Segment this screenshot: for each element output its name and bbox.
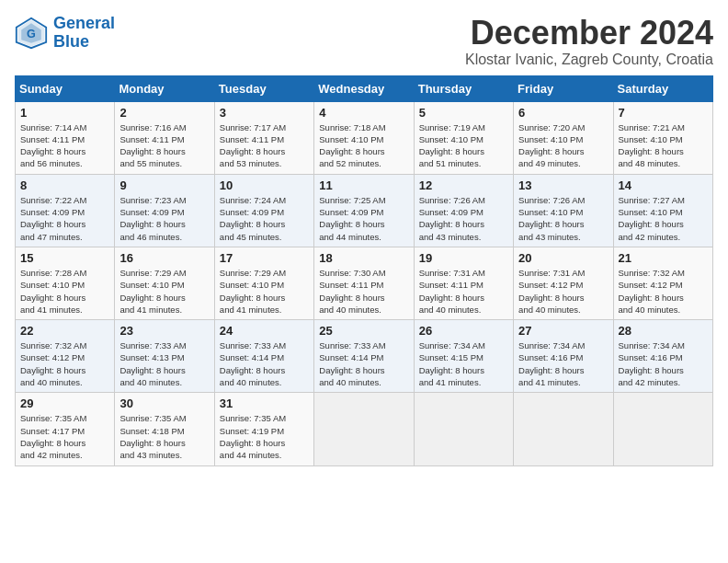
logo-blue: Blue <box>53 33 115 52</box>
svg-text:G: G <box>27 28 36 40</box>
day-number: 9 <box>119 178 209 192</box>
day-number: 16 <box>119 251 209 265</box>
weekday-header-friday: Friday <box>514 75 613 101</box>
weekday-header-row: SundayMondayTuesdayWednesdayThursdayFrid… <box>16 75 713 101</box>
day-cell: 1Sunrise: 7:14 AM Sunset: 4:11 PM Daylig… <box>16 101 115 174</box>
day-info: Sunrise: 7:18 AM Sunset: 4:10 PM Dayligh… <box>319 121 408 170</box>
day-info: Sunrise: 7:27 AM Sunset: 4:10 PM Dayligh… <box>619 194 708 243</box>
day-info: Sunrise: 7:35 AM Sunset: 4:19 PM Dayligh… <box>220 412 309 461</box>
day-number: 27 <box>518 324 608 338</box>
day-info: Sunrise: 7:35 AM Sunset: 4:17 PM Dayligh… <box>20 412 109 461</box>
day-number: 31 <box>220 396 309 410</box>
day-cell: 26Sunrise: 7:34 AM Sunset: 4:15 PM Dayli… <box>414 320 513 393</box>
day-number: 26 <box>419 324 508 338</box>
location-subtitle: Klostar Ivanic, Zagreb County, Croatia <box>465 52 713 68</box>
day-number: 29 <box>20 396 109 410</box>
weekday-header-saturday: Saturday <box>613 75 712 101</box>
day-cell: 7Sunrise: 7:21 AM Sunset: 4:10 PM Daylig… <box>613 101 712 174</box>
day-info: Sunrise: 7:31 AM Sunset: 4:11 PM Dayligh… <box>419 267 508 316</box>
day-number: 4 <box>319 106 408 120</box>
day-info: Sunrise: 7:33 AM Sunset: 4:13 PM Dayligh… <box>119 339 209 388</box>
day-number: 19 <box>419 251 508 265</box>
weekday-header-tuesday: Tuesday <box>214 75 313 101</box>
logo-icon: G <box>15 17 48 50</box>
day-info: Sunrise: 7:21 AM Sunset: 4:10 PM Dayligh… <box>619 121 708 170</box>
weekday-header-wednesday: Wednesday <box>314 75 414 101</box>
day-cell: 15Sunrise: 7:28 AM Sunset: 4:10 PM Dayli… <box>16 247 115 319</box>
weekday-header-sunday: Sunday <box>16 75 115 101</box>
logo-general: General <box>53 15 115 33</box>
day-number: 25 <box>319 324 408 338</box>
week-row-2: 8Sunrise: 7:22 AM Sunset: 4:09 PM Daylig… <box>16 174 713 247</box>
day-info: Sunrise: 7:34 AM Sunset: 4:16 PM Dayligh… <box>518 339 608 388</box>
weekday-header-monday: Monday <box>115 75 214 101</box>
day-info: Sunrise: 7:32 AM Sunset: 4:12 PM Dayligh… <box>619 267 708 316</box>
week-row-4: 22Sunrise: 7:32 AM Sunset: 4:12 PM Dayli… <box>16 320 713 393</box>
day-number: 15 <box>20 251 109 265</box>
day-number: 3 <box>220 106 309 120</box>
logo: G General Blue <box>15 15 115 52</box>
day-number: 14 <box>619 178 708 192</box>
day-info: Sunrise: 7:23 AM Sunset: 4:09 PM Dayligh… <box>119 194 209 243</box>
day-cell: 3Sunrise: 7:17 AM Sunset: 4:11 PM Daylig… <box>214 101 313 174</box>
day-cell <box>414 393 513 465</box>
day-number: 5 <box>419 106 508 120</box>
day-cell <box>314 393 414 465</box>
day-cell: 11Sunrise: 7:25 AM Sunset: 4:09 PM Dayli… <box>314 174 414 247</box>
day-cell: 14Sunrise: 7:27 AM Sunset: 4:10 PM Dayli… <box>613 174 712 247</box>
day-cell: 20Sunrise: 7:31 AM Sunset: 4:12 PM Dayli… <box>514 247 613 319</box>
day-info: Sunrise: 7:14 AM Sunset: 4:11 PM Dayligh… <box>20 121 109 170</box>
day-number: 30 <box>119 396 209 410</box>
day-cell: 10Sunrise: 7:24 AM Sunset: 4:09 PM Dayli… <box>214 174 313 247</box>
day-cell: 21Sunrise: 7:32 AM Sunset: 4:12 PM Dayli… <box>613 247 712 319</box>
day-info: Sunrise: 7:22 AM Sunset: 4:09 PM Dayligh… <box>20 194 109 243</box>
day-info: Sunrise: 7:32 AM Sunset: 4:12 PM Dayligh… <box>20 339 109 388</box>
week-row-1: 1Sunrise: 7:14 AM Sunset: 4:11 PM Daylig… <box>16 101 713 174</box>
day-cell: 2Sunrise: 7:16 AM Sunset: 4:11 PM Daylig… <box>115 101 214 174</box>
day-cell <box>613 393 712 465</box>
month-title: December 2024 <box>465 15 713 52</box>
weekday-header-thursday: Thursday <box>414 75 513 101</box>
day-cell: 30Sunrise: 7:35 AM Sunset: 4:18 PM Dayli… <box>115 393 214 465</box>
day-number: 10 <box>220 178 309 192</box>
calendar-table: SundayMondayTuesdayWednesdayThursdayFrid… <box>15 75 713 466</box>
day-cell: 17Sunrise: 7:29 AM Sunset: 4:10 PM Dayli… <box>214 247 313 319</box>
day-cell: 16Sunrise: 7:29 AM Sunset: 4:10 PM Dayli… <box>115 247 214 319</box>
day-cell: 31Sunrise: 7:35 AM Sunset: 4:19 PM Dayli… <box>214 393 313 465</box>
week-row-3: 15Sunrise: 7:28 AM Sunset: 4:10 PM Dayli… <box>16 247 713 319</box>
day-info: Sunrise: 7:31 AM Sunset: 4:12 PM Dayligh… <box>518 267 608 316</box>
day-cell: 23Sunrise: 7:33 AM Sunset: 4:13 PM Dayli… <box>115 320 214 393</box>
day-number: 11 <box>319 178 408 192</box>
day-number: 8 <box>20 178 109 192</box>
day-info: Sunrise: 7:34 AM Sunset: 4:15 PM Dayligh… <box>419 339 508 388</box>
day-info: Sunrise: 7:24 AM Sunset: 4:09 PM Dayligh… <box>220 194 309 243</box>
day-cell: 29Sunrise: 7:35 AM Sunset: 4:17 PM Dayli… <box>16 393 115 465</box>
day-info: Sunrise: 7:34 AM Sunset: 4:16 PM Dayligh… <box>619 339 708 388</box>
day-number: 22 <box>20 324 109 338</box>
title-area: December 2024 Klostar Ivanic, Zagreb Cou… <box>465 15 713 68</box>
day-cell: 12Sunrise: 7:26 AM Sunset: 4:09 PM Dayli… <box>414 174 513 247</box>
day-cell: 18Sunrise: 7:30 AM Sunset: 4:11 PM Dayli… <box>314 247 414 319</box>
header: G General Blue December 2024 Klostar Iva… <box>15 15 713 68</box>
day-cell: 28Sunrise: 7:34 AM Sunset: 4:16 PM Dayli… <box>613 320 712 393</box>
day-number: 2 <box>119 106 209 120</box>
day-cell: 6Sunrise: 7:20 AM Sunset: 4:10 PM Daylig… <box>514 101 613 174</box>
day-cell <box>514 393 613 465</box>
day-info: Sunrise: 7:19 AM Sunset: 4:10 PM Dayligh… <box>419 121 508 170</box>
day-cell: 25Sunrise: 7:33 AM Sunset: 4:14 PM Dayli… <box>314 320 414 393</box>
day-info: Sunrise: 7:26 AM Sunset: 4:10 PM Dayligh… <box>518 194 608 243</box>
day-number: 1 <box>20 106 109 120</box>
day-number: 17 <box>220 251 309 265</box>
day-info: Sunrise: 7:33 AM Sunset: 4:14 PM Dayligh… <box>220 339 309 388</box>
day-info: Sunrise: 7:28 AM Sunset: 4:10 PM Dayligh… <box>20 267 109 316</box>
day-info: Sunrise: 7:25 AM Sunset: 4:09 PM Dayligh… <box>319 194 408 243</box>
day-number: 20 <box>518 251 608 265</box>
day-info: Sunrise: 7:30 AM Sunset: 4:11 PM Dayligh… <box>319 267 408 316</box>
day-cell: 4Sunrise: 7:18 AM Sunset: 4:10 PM Daylig… <box>314 101 414 174</box>
day-number: 6 <box>518 106 608 120</box>
day-info: Sunrise: 7:33 AM Sunset: 4:14 PM Dayligh… <box>319 339 408 388</box>
day-number: 24 <box>220 324 309 338</box>
day-info: Sunrise: 7:20 AM Sunset: 4:10 PM Dayligh… <box>518 121 608 170</box>
day-cell: 22Sunrise: 7:32 AM Sunset: 4:12 PM Dayli… <box>16 320 115 393</box>
day-info: Sunrise: 7:16 AM Sunset: 4:11 PM Dayligh… <box>119 121 209 170</box>
